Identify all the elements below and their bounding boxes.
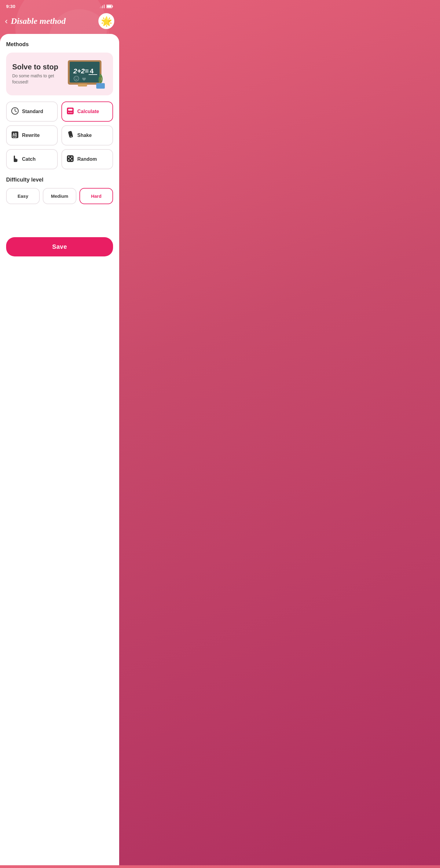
standard-icon	[11, 107, 19, 116]
svg-rect-5	[113, 5, 113, 7]
status-bar: 9:30	[0, 0, 119, 11]
save-button-wrapper: Save	[6, 232, 113, 262]
svg-point-20	[68, 112, 69, 113]
method-label-calculate: Calculate	[77, 109, 99, 114]
difficulty-btn-hard[interactable]: Hard	[80, 188, 113, 204]
status-icons	[100, 5, 113, 8]
chalkboard-illustration: 2+2= 4	[67, 59, 107, 89]
method-label-random: Random	[77, 156, 97, 162]
method-btn-standard[interactable]: Standard	[6, 101, 58, 122]
svg-rect-15	[78, 84, 87, 87]
svg-rect-19	[68, 109, 72, 111]
svg-marker-1	[102, 5, 103, 8]
header: ‹ Disable method 🌟	[0, 11, 119, 34]
catch-icon	[11, 155, 19, 164]
method-btn-calculate[interactable]: Calculate	[61, 101, 113, 122]
method-btn-rewrite[interactable]: ABCD Rewrite	[6, 125, 58, 146]
status-time: 9:30	[6, 4, 15, 9]
method-label-rewrite: Rewrite	[22, 133, 40, 138]
random-icon	[66, 155, 74, 164]
difficulty-section-title: Difficulty level	[6, 177, 113, 183]
methods-section-title: Methods	[6, 41, 113, 48]
battery-icon	[106, 5, 113, 8]
main-card: Methods Solve to stop Do some maths to g…	[0, 34, 119, 865]
svg-rect-16	[96, 83, 105, 89]
signal-icon	[100, 5, 104, 8]
svg-rect-26	[68, 131, 73, 138]
svg-text:CD: CD	[12, 135, 17, 138]
svg-point-32	[68, 159, 69, 161]
solve-text-area: Solve to stop Do some maths to get focus…	[12, 63, 67, 85]
svg-point-29	[68, 156, 69, 158]
back-button[interactable]: ‹	[5, 17, 8, 25]
solve-title: Solve to stop	[12, 63, 67, 71]
svg-point-33	[71, 159, 72, 161]
method-btn-shake[interactable]: Shake	[61, 125, 113, 146]
avatar[interactable]: 🌟	[98, 13, 114, 29]
method-label-standard: Standard	[22, 109, 43, 114]
difficulty-grid: EasyMediumHard	[6, 188, 113, 204]
svg-marker-3	[100, 7, 100, 8]
method-btn-random[interactable]: Random	[61, 149, 113, 169]
save-button[interactable]: Save	[6, 237, 113, 256]
svg-text:4: 4	[90, 67, 94, 75]
svg-point-30	[71, 156, 72, 158]
rewrite-icon: ABCD	[11, 131, 19, 140]
page-title: Disable method	[11, 16, 66, 26]
svg-point-22	[71, 112, 72, 113]
svg-rect-18	[67, 107, 74, 114]
svg-marker-2	[101, 6, 101, 8]
difficulty-btn-medium[interactable]: Medium	[43, 188, 76, 204]
chalkboard-svg: 2+2= 4	[67, 59, 107, 91]
svg-point-21	[70, 112, 71, 113]
calculate-icon	[66, 107, 74, 116]
crown-icon: 🌟	[101, 16, 112, 27]
method-label-shake: Shake	[77, 133, 92, 138]
solve-banner: Solve to stop Do some maths to get focus…	[6, 53, 113, 95]
svg-marker-0	[104, 5, 104, 8]
svg-rect-6	[107, 5, 112, 7]
method-label-catch: Catch	[22, 156, 35, 162]
method-btn-catch[interactable]: Catch	[6, 149, 58, 169]
solve-subtitle: Do some maths to get focused!	[12, 73, 67, 85]
svg-text:2+2=: 2+2=	[73, 67, 89, 75]
svg-point-13	[75, 78, 76, 78]
svg-point-14	[77, 78, 77, 78]
shake-icon	[66, 131, 74, 140]
header-left: ‹ Disable method	[5, 16, 66, 26]
svg-point-31	[70, 158, 71, 159]
methods-grid: Standard Calculate ABCD Rewrite Shake Ca…	[6, 101, 113, 169]
difficulty-btn-easy[interactable]: Easy	[6, 188, 40, 204]
